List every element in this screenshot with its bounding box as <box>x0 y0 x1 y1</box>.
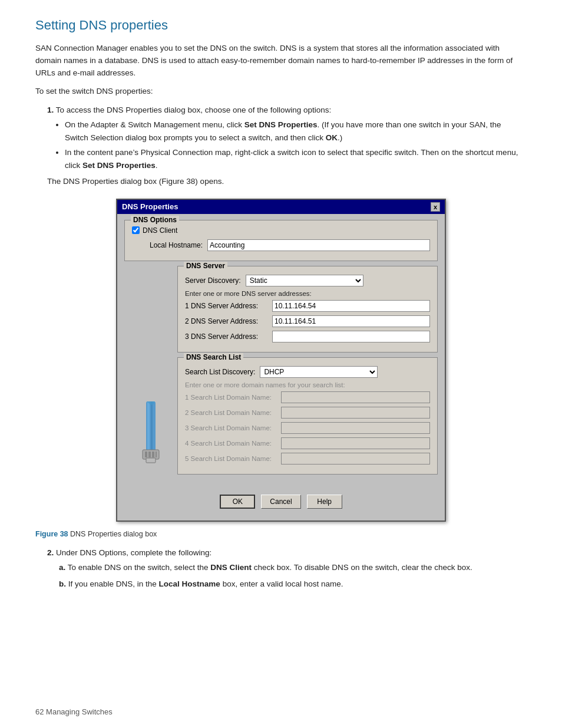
local-hostname-row: Local Hostname: <box>132 239 430 251</box>
dns-address2-label: 2 DNS Server Address: <box>185 317 267 325</box>
server-discovery-row: Server Discovery: Static DHCP <box>185 275 430 286</box>
dns-server-legend: DNS Server <box>184 262 227 270</box>
ok-button[interactable]: OK <box>220 495 255 509</box>
server-discovery-label: Server Discovery: <box>185 276 241 285</box>
figure-text: DNS Properties dialog box <box>70 530 157 538</box>
step-1: 1. To access the DNS Properties dialog b… <box>47 104 527 188</box>
bullet-2: In the content pane’s Physical Connectio… <box>65 146 527 172</box>
domain2-label: 2 Search List Domain Name: <box>185 409 276 416</box>
figure-caption: Figure 38 DNS Properties dialog box <box>35 530 527 538</box>
dns-address1-input[interactable] <box>272 300 430 312</box>
domain2-row: 2 Search List Domain Name: <box>185 407 430 419</box>
help-button[interactable]: Help <box>307 495 342 509</box>
enter-domains-text: Enter one or more domain names for your … <box>185 381 430 388</box>
dns-client-label: DNS Client <box>143 226 177 235</box>
svg-rect-1 <box>147 401 150 452</box>
svg-rect-2 <box>151 401 153 452</box>
domain3-label: 3 Search List Domain Name: <box>185 424 276 431</box>
dialog-close-button[interactable]: x <box>431 202 440 212</box>
cable-icon <box>133 401 168 472</box>
page-footer: 62 Managing Switches <box>35 707 113 716</box>
domain3-input[interactable] <box>281 422 430 434</box>
server-discovery-select[interactable]: Static DHCP <box>246 275 363 286</box>
dialog-content: DNS Options DNS Client Local Hostname: <box>117 214 445 521</box>
local-hostname-input[interactable] <box>207 239 430 251</box>
dns-address1-label: 1 DNS Server Address: <box>185 302 267 310</box>
domain1-input[interactable] <box>281 391 430 403</box>
dns-client-checkbox[interactable] <box>132 226 140 234</box>
domain4-input[interactable] <box>281 437 430 449</box>
cable-image-area <box>124 266 177 490</box>
dialog-right-sections: DNS Server Server Discovery: Static DHCP… <box>177 266 438 490</box>
svg-rect-6 <box>152 452 154 457</box>
dns-options-legend: DNS Options <box>131 216 179 224</box>
dns-properties-dialog: DNS Properties x DNS Options DNS Client … <box>116 199 446 522</box>
dns-options-section: DNS Options DNS Client Local Hostname: <box>124 220 438 261</box>
domain5-label: 5 Search List Domain Name: <box>185 455 276 462</box>
dialog-main-area: DNS Server Server Discovery: Static DHCP… <box>124 266 438 490</box>
dns-address3-row: 3 DNS Server Address: <box>185 331 430 342</box>
dns-address3-label: 3 DNS Server Address: <box>185 332 267 341</box>
local-hostname-label: Local Hostname: <box>132 241 203 249</box>
dns-address2-input[interactable] <box>272 315 430 327</box>
dialog-titlebar: DNS Properties x <box>117 200 445 214</box>
dns-address1-row: 1 DNS Server Address: <box>185 300 430 312</box>
domain1-row: 1 Search List Domain Name: <box>185 391 430 403</box>
step2b: b. If you enable DNS, in the Local Hostn… <box>59 578 527 591</box>
dialog-wrapper: DNS Properties x DNS Options DNS Client … <box>35 199 527 522</box>
domain3-row: 3 Search List Domain Name: <box>185 422 430 434</box>
search-discovery-select[interactable]: DHCP Static <box>260 366 378 378</box>
bullet-1: On the Adapter & Switch Management menu,… <box>65 118 527 144</box>
svg-rect-8 <box>146 458 156 463</box>
intro-para2: To set the switch DNS properties: <box>35 85 527 98</box>
svg-rect-5 <box>148 452 151 457</box>
domain5-input[interactable] <box>281 453 430 465</box>
dns-address2-row: 2 DNS Server Address: <box>185 315 430 327</box>
dns-server-section: DNS Server Server Discovery: Static DHCP… <box>177 266 438 353</box>
step1-after: The DNS Properties dialog box (Figure 38… <box>47 176 527 188</box>
dns-search-legend: DNS Search List <box>184 353 243 361</box>
dns-search-section: DNS Search List Search List Discovery: D… <box>177 357 438 475</box>
search-discovery-row: Search List Discovery: DHCP Static <box>185 366 430 378</box>
svg-rect-7 <box>156 452 157 457</box>
cancel-button[interactable]: Cancel <box>261 495 300 509</box>
dialog-buttons: OK Cancel Help <box>124 490 438 515</box>
figure-label: Figure 38 <box>35 530 68 538</box>
domain4-label: 4 Search List Domain Name: <box>185 440 276 447</box>
enter-addresses-text: Enter one or more DNS server addresses: <box>185 290 430 297</box>
domain2-input[interactable] <box>281 407 430 419</box>
page-title: Setting DNS properties <box>35 18 527 33</box>
intro-para1: SAN Connection Manager enables you to se… <box>35 42 527 80</box>
step2a: a. To enable DNS on the switch, select t… <box>59 561 527 574</box>
dns-client-row: DNS Client <box>132 226 430 235</box>
domain5-row: 5 Search List Domain Name: <box>185 453 430 465</box>
dialog-title: DNS Properties <box>122 202 178 211</box>
search-discovery-label: Search List Discovery: <box>185 368 255 376</box>
svg-rect-4 <box>145 452 147 457</box>
step-2: 2. Under DNS Options, complete the follo… <box>47 546 527 591</box>
domain4-row: 4 Search List Domain Name: <box>185 437 430 449</box>
domain1-label: 1 Search List Domain Name: <box>185 394 276 401</box>
dns-address3-input[interactable] <box>272 331 430 342</box>
